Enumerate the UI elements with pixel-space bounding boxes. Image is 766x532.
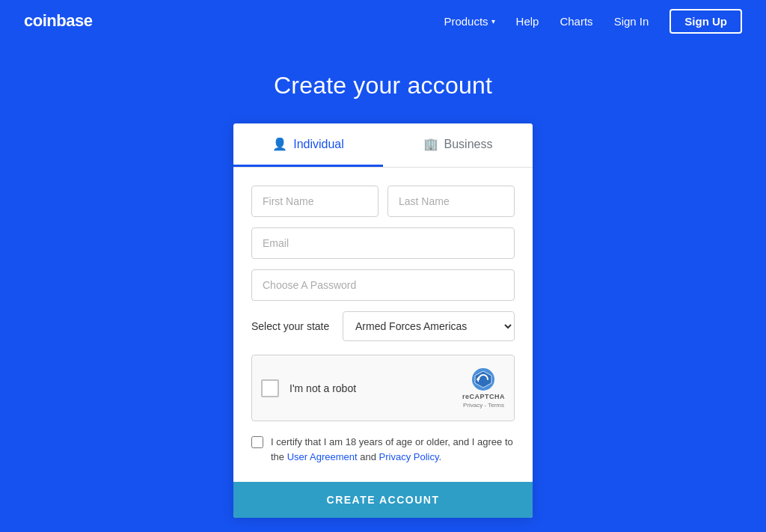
privacy-policy-link[interactable]: Privacy Policy (379, 451, 439, 462)
state-select[interactable]: AlabamaAlaskaArizonaArkansasCaliforniaCo… (343, 311, 515, 341)
user-agreement-link[interactable]: User Agreement (287, 451, 358, 462)
recaptcha-right: reCAPTCHA Privacy - Terms (462, 367, 505, 409)
certify-text: I certify that I am 18 years of age or o… (271, 435, 515, 464)
recaptcha-label: I'm not a robot (289, 382, 356, 394)
nav-links: Products ▾ Help Charts Sign In Sign Up (444, 9, 742, 34)
nav-help[interactable]: Help (516, 15, 539, 28)
business-icon: 🏢 (423, 137, 438, 151)
individual-icon: 👤 (272, 137, 287, 151)
state-label: Select your state (251, 320, 334, 332)
tab-individual[interactable]: 👤 Individual (233, 123, 383, 167)
state-row: Select your state AlabamaAlaskaArizonaAr… (251, 311, 515, 341)
main-content: Create your account 👤 Individual 🏢 Busin… (0, 42, 766, 532)
name-row (251, 186, 515, 217)
certify-row: I certify that I am 18 years of age or o… (251, 435, 515, 467)
nav-signin[interactable]: Sign In (614, 15, 649, 28)
recaptcha-brand-text: reCAPTCHA (462, 393, 505, 400)
create-account-button[interactable]: CREATE ACCOUNT (233, 482, 533, 518)
certify-checkbox[interactable] (251, 436, 263, 448)
form-body: Select your state AlabamaAlaskaArizonaAr… (233, 168, 533, 467)
nav-products[interactable]: Products ▾ (444, 15, 494, 28)
account-type-tabs: 👤 Individual 🏢 Business (233, 123, 533, 168)
logo[interactable]: coinbase (24, 11, 92, 31)
password-input[interactable] (251, 269, 515, 301)
recaptcha-links-text: Privacy - Terms (463, 402, 504, 409)
first-name-input[interactable] (251, 186, 379, 217)
tab-business[interactable]: 🏢 Business (383, 123, 533, 167)
page-title: Create your account (274, 72, 492, 100)
recaptcha-left: I'm not a robot (261, 379, 356, 397)
recaptcha-checkbox[interactable] (261, 379, 279, 397)
recaptcha-wrapper: I'm not a robot reCAPTCHA Privacy - Term… (251, 355, 515, 421)
email-input[interactable] (251, 227, 515, 259)
navbar: coinbase Products ▾ Help Charts Sign In … (0, 0, 766, 42)
nav-charts[interactable]: Charts (560, 15, 592, 28)
recaptcha-box: I'm not a robot reCAPTCHA Privacy - Term… (251, 355, 515, 421)
nav-signup-button[interactable]: Sign Up (670, 9, 742, 34)
recaptcha-logo-icon (471, 367, 495, 391)
chevron-down-icon: ▾ (491, 17, 495, 25)
signup-card: 👤 Individual 🏢 Business Select your stat… (233, 123, 533, 518)
last-name-input[interactable] (387, 186, 515, 217)
